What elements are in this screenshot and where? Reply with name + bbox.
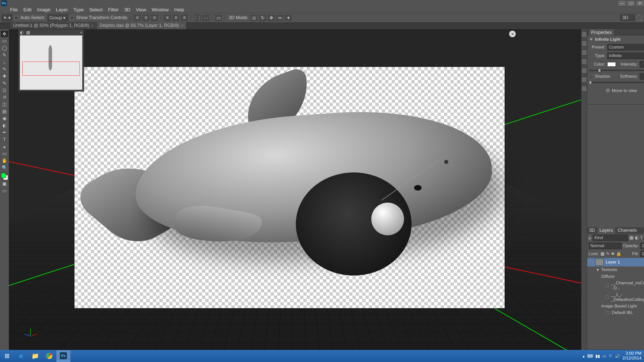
align-bottom-icon[interactable]: ≡ xyxy=(181,15,188,21)
3d-scale-icon[interactable]: ✦ xyxy=(285,15,292,21)
dolphin-3d-model[interactable] xyxy=(105,77,482,273)
layer-name[interactable]: Default IBL xyxy=(612,310,633,315)
maximize-button[interactable]: ▢ xyxy=(627,1,635,6)
visibility-toggle-icon[interactable] xyxy=(605,295,609,299)
zoom-tool[interactable]: 🔍 xyxy=(1,164,8,171)
foreground-color[interactable] xyxy=(1,173,6,178)
tray-network-icon[interactable]: ▮▮ xyxy=(595,354,600,358)
navigator-view-box[interactable] xyxy=(22,62,80,76)
layer-name[interactable]: Textures xyxy=(601,267,617,272)
visibility-toggle-icon[interactable] xyxy=(605,284,609,287)
softness-field[interactable]: 0% xyxy=(640,73,644,80)
color-swatch[interactable] xyxy=(607,62,616,67)
gradient-tool[interactable]: ▤ xyxy=(1,108,8,115)
menu-select[interactable]: Select xyxy=(88,7,104,13)
tray-volume-icon[interactable]: 🔊 xyxy=(615,354,620,358)
navigator-thumbnail[interactable] xyxy=(20,35,82,90)
close-secondary-view-icon[interactable]: ✕ xyxy=(509,31,516,37)
lock-pixels-icon[interactable]: ✎ xyxy=(606,251,610,256)
brush-tool[interactable]: ✎ xyxy=(1,80,8,86)
channels-tab[interactable]: Channels xyxy=(618,228,637,233)
adjustments-panel-icon[interactable] xyxy=(581,50,587,55)
healing-tool[interactable]: ✚ xyxy=(1,73,8,79)
menu-3d[interactable]: 3D xyxy=(123,7,131,13)
eyedropper-tool[interactable]: ✎ xyxy=(1,66,8,72)
tray-action-center-icon[interactable]: ▭ xyxy=(602,354,606,358)
disclosure-icon[interactable]: ▾ xyxy=(597,267,599,273)
character-panel-icon[interactable] xyxy=(581,68,587,73)
document-tab[interactable]: Untitled-1 @ 50% (Polygon 1, RGB/8) × xyxy=(10,22,97,29)
menu-type[interactable]: Type xyxy=(72,7,85,13)
marquee-tool[interactable]: ▭ xyxy=(1,38,8,44)
screen-mode-toggle[interactable]: ▭ xyxy=(1,188,8,194)
tray-flag-icon[interactable]: ⚐ xyxy=(609,354,612,358)
taskbar-ie-icon[interactable]: e xyxy=(14,350,28,361)
align-top-icon[interactable]: ≡ xyxy=(164,15,171,21)
light-direction-handle[interactable] xyxy=(444,160,448,164)
align-center-v-icon[interactable]: ≡ xyxy=(173,15,179,21)
distribute-h-icon[interactable]: ⋮⋮ xyxy=(194,15,200,21)
crop-tool[interactable]: ⟂ xyxy=(1,59,8,65)
stamp-tool[interactable]: ⌼ xyxy=(1,87,8,94)
pen-tool[interactable]: ✒ xyxy=(1,129,8,136)
layer-item[interactable]: Layer 1 xyxy=(587,258,644,266)
taskbar-clock[interactable]: 3:00 PM 2/12/2014 xyxy=(622,351,641,360)
3d-orbit-icon[interactable]: ◎ xyxy=(251,15,257,21)
close-panel-icon[interactable]: « xyxy=(80,30,82,35)
quick-mask-toggle[interactable]: ▣ xyxy=(1,180,8,187)
align-right-icon[interactable]: ≡ xyxy=(151,15,158,21)
filter-pixel-icon[interactable]: ▦ xyxy=(629,235,633,240)
dodge-tool[interactable]: ◐ xyxy=(1,122,8,129)
menu-layer[interactable]: Layer xyxy=(55,7,69,13)
layer-name[interactable]: __Charcoal_noCulling - D... xyxy=(611,281,644,291)
intensity-slider[interactable] xyxy=(589,70,644,71)
auto-select-checkbox[interactable] xyxy=(14,16,18,20)
layer-item[interactable]: Image Based Light xyxy=(587,303,644,309)
taskbar-photoshop-icon[interactable]: Ps xyxy=(56,350,70,361)
quick-select-tool[interactable]: ✎ xyxy=(1,52,8,58)
workspace-switcher[interactable]: 3D xyxy=(620,14,635,21)
color-swatches[interactable] xyxy=(1,173,8,180)
3d-axis-gizmo[interactable] xyxy=(24,327,37,340)
menu-window[interactable]: Window xyxy=(151,7,170,13)
blur-tool[interactable]: ◉ xyxy=(1,115,8,122)
start-button[interactable]: ⊞ xyxy=(0,350,14,361)
type-dropdown[interactable]: Infinite xyxy=(607,53,644,59)
eraser-tool[interactable]: ◫ xyxy=(1,101,8,108)
lasso-tool[interactable]: ◯ xyxy=(1,45,8,51)
lock-all-icon[interactable]: 🔒 xyxy=(616,251,621,256)
menu-edit[interactable]: Edit xyxy=(22,7,33,13)
rectangle-tool[interactable]: ▭ xyxy=(1,150,8,157)
taskbar-chrome-icon[interactable] xyxy=(42,350,56,361)
3d-roll-icon[interactable]: ↻ xyxy=(259,15,266,21)
history-brush-tool[interactable]: ↺ xyxy=(1,94,8,101)
3d-tab[interactable]: 3D xyxy=(589,228,595,233)
close-button[interactable]: ✕ xyxy=(636,1,644,6)
current-tool-indicator[interactable]: ▾ xyxy=(2,14,12,21)
layer-item[interactable]: ▾ Textures xyxy=(587,266,644,273)
show-transform-checkbox[interactable] xyxy=(70,16,74,20)
shadow-checkbox[interactable]: ✓ xyxy=(589,75,593,78)
layer-item[interactable]: __1_-_DefaultnoCulling - ... xyxy=(587,291,644,303)
fill-field[interactable]: 100% xyxy=(640,251,644,257)
visibility-toggle-icon[interactable] xyxy=(589,260,593,264)
layer-thumbnail[interactable] xyxy=(595,259,604,266)
filter-adj-icon[interactable]: ◐ xyxy=(635,235,639,240)
minimize-button[interactable]: — xyxy=(618,1,626,6)
close-tab-icon[interactable]: × xyxy=(181,24,183,28)
layer-name[interactable]: Diffuse xyxy=(601,274,615,279)
tray-overflow-icon[interactable]: ▴ xyxy=(583,354,585,358)
lock-position-icon[interactable]: ✥ xyxy=(611,251,615,256)
color-panel-icon[interactable] xyxy=(581,32,587,37)
path-select-tool[interactable]: ▴ xyxy=(1,143,8,150)
softness-slider[interactable] xyxy=(589,82,644,83)
type-tool[interactable]: T xyxy=(1,136,8,143)
menu-image[interactable]: Image xyxy=(36,7,51,13)
navigator-tab[interactable]: ◐ xyxy=(20,30,24,35)
layer-item[interactable]: __Charcoal_noCulling - D... xyxy=(587,280,644,291)
tool-presets-panel-icon[interactable] xyxy=(581,86,587,92)
align-center-h-icon[interactable]: ≡ xyxy=(143,15,149,21)
styles-panel-icon[interactable] xyxy=(581,59,587,64)
filter-kind-dropdown[interactable]: Kind xyxy=(593,235,628,241)
layer-item[interactable]: Diffuse xyxy=(587,273,644,280)
